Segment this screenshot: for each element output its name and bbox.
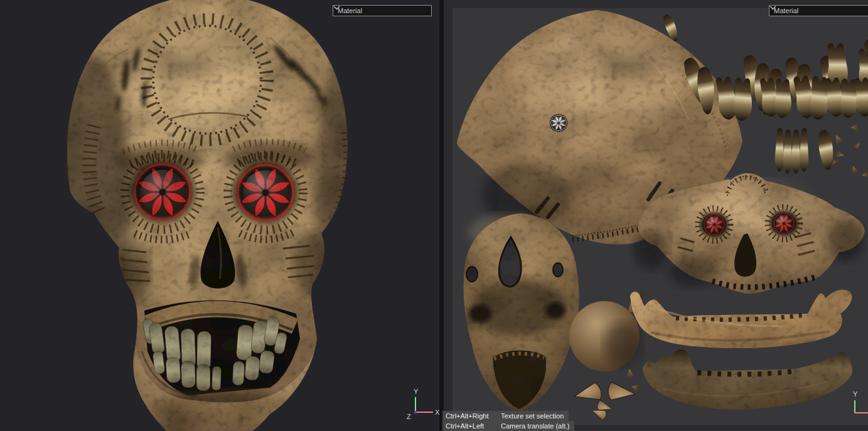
left-eye-gem-flower	[135, 164, 190, 220]
texture-paint-app: Y X Z	[0, 0, 868, 431]
dropdown-value: Material	[774, 7, 798, 14]
shortcut-hint-camera-translate: Ctrl+Alt+Left Camera translate (alt.)	[442, 421, 574, 431]
uv-island-jaw-bottom	[643, 349, 852, 410]
viewport-divider[interactable]	[439, 0, 444, 431]
shortcut-keys: Ctrl+Alt+Left	[446, 422, 501, 431]
viewport-2d-uv[interactable]: Y	[444, 0, 868, 431]
right-eye-gem-flower	[238, 165, 293, 220]
shortcut-action: Camera translate (alt.)	[501, 422, 569, 431]
uv-flower-motif-selection	[550, 114, 567, 132]
skull-3d-render	[0, 0, 439, 431]
material-dropdown-2d[interactable]: Material	[769, 5, 868, 16]
shortcut-hint-texture-set: Ctrl+Alt+Right Texture set selection	[442, 411, 569, 422]
material-dropdown-3d[interactable]: Material	[333, 5, 432, 16]
uv-island-jaw-top	[630, 290, 852, 348]
viewport-3d[interactable]: Y X Z	[0, 0, 439, 431]
uv-islands-render	[444, 0, 868, 431]
shortcut-keys: Ctrl+Alt+Right	[446, 412, 501, 421]
dropdown-value: Material	[338, 7, 362, 14]
shortcut-action: Texture set selection	[501, 412, 564, 421]
uv-island-skull-base	[464, 213, 579, 412]
